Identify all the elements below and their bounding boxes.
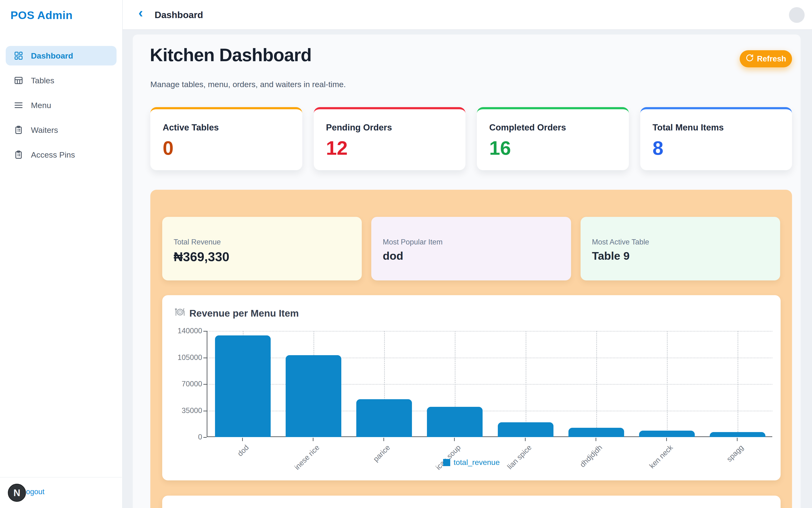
sidebar-footer: Logout N xyxy=(0,477,122,508)
sidebar-item-label: Waiters xyxy=(31,125,58,135)
legend-label: total_revenue xyxy=(453,458,500,467)
x-axis-tick xyxy=(525,438,526,441)
sidebar: POS Admin DashboardTablesMenuWaitersAcce… xyxy=(0,0,123,508)
x-axis-tick xyxy=(313,438,314,441)
page-subtitle: Manage tables, menu, orders, and waiters… xyxy=(150,80,346,89)
v-gridline xyxy=(737,331,738,436)
sidebar-item-menu[interactable]: Menu xyxy=(6,95,116,115)
bar-ken-neck[interactable] xyxy=(639,431,695,437)
y-axis-tick xyxy=(203,384,207,385)
bar-dhdjdjdh[interactable] xyxy=(568,428,624,437)
y-axis-tick xyxy=(203,331,207,332)
sidebar-item-label: Access Pins xyxy=(31,150,75,160)
v-gridline xyxy=(667,331,668,436)
y-axis-tick-label: 35000 xyxy=(164,406,202,415)
y-axis-tick-label: 0 xyxy=(164,433,202,441)
stat-value: 8 xyxy=(653,138,780,158)
user-avatar[interactable]: N xyxy=(8,484,26,502)
y-axis-tick-label: 70000 xyxy=(164,380,202,388)
chart-legend: total_revenue xyxy=(162,458,780,467)
stat-card-completed-orders: Completed Orders16 xyxy=(477,107,629,170)
x-axis-tick xyxy=(666,438,667,441)
stats-row: Active Tables0Pending Orders12Completed … xyxy=(150,107,792,170)
highlight-card-total-revenue: Total Revenue₦369,330 xyxy=(162,217,362,281)
highlight-value: dod xyxy=(383,249,571,262)
stat-label: Completed Orders xyxy=(489,123,617,133)
highlight-label: Most Popular Item xyxy=(383,238,571,246)
bar-lian-spice[interactable] xyxy=(498,422,554,437)
stat-value: 16 xyxy=(489,138,617,158)
h-gridline xyxy=(207,331,772,332)
y-axis-tick xyxy=(203,437,207,438)
y-axis-tick-label: 140000 xyxy=(164,327,202,335)
stat-label: Pending Orders xyxy=(326,123,453,133)
sidebar-item-waiters[interactable]: Waiters xyxy=(6,120,116,140)
page-title: Kitchen Dashboard xyxy=(150,44,312,65)
bar-spagg[interactable] xyxy=(710,432,765,437)
clipboard-icon xyxy=(14,125,23,135)
highlight-value: Table 9 xyxy=(592,249,780,262)
v-gridline xyxy=(596,331,597,436)
analytics-panel: Total Revenue₦369,330Most Popular Itemdo… xyxy=(150,190,792,508)
revenue-chart-card: Revenue per Menu Item 035000700001050001… xyxy=(162,295,780,480)
x-axis-tick xyxy=(242,438,243,441)
sidebar-item-label: Menu xyxy=(31,101,51,110)
topbar: ‹ Dashboard xyxy=(123,0,812,30)
dashboard-grid-icon xyxy=(14,51,23,60)
bar-ican-soup[interactable] xyxy=(427,407,483,437)
stat-value: 0 xyxy=(163,138,290,158)
refresh-icon xyxy=(746,54,754,64)
highlight-label: Total Revenue xyxy=(174,238,362,246)
refresh-label: Refresh xyxy=(757,54,786,63)
app-brand: POS Admin xyxy=(10,9,73,22)
highlights-row: Total Revenue₦369,330Most Popular Itemdo… xyxy=(162,217,780,281)
table-icon xyxy=(14,76,23,85)
sidebar-item-label: Dashboard xyxy=(31,51,73,60)
x-axis-tick xyxy=(737,438,737,441)
highlight-label: Most Active Table xyxy=(592,238,780,246)
chart-title: Revenue per Menu Item xyxy=(189,308,299,319)
sidebar-item-label: Tables xyxy=(31,76,54,85)
topbar-avatar[interactable] xyxy=(789,7,805,23)
chart-title-row: Revenue per Menu Item xyxy=(175,307,299,320)
sidebar-item-tables[interactable]: Tables xyxy=(6,71,116,90)
highlight-card-most-popular-item: Most Popular Itemdod xyxy=(371,217,571,281)
stat-label: Active Tables xyxy=(163,123,290,133)
bar-inese-rice[interactable] xyxy=(286,355,341,437)
highlight-card-most-active-table: Most Active TableTable 9 xyxy=(581,217,780,281)
clipboard-icon xyxy=(14,150,23,160)
sidebar-item-dashboard[interactable]: Dashboard xyxy=(6,46,116,66)
highlight-value: ₦369,330 xyxy=(174,249,362,264)
stat-value: 12 xyxy=(326,138,453,158)
stat-label: Total Menu Items xyxy=(653,123,780,133)
sidebar-item-access-pins[interactable]: Access Pins xyxy=(6,145,116,165)
v-gridline xyxy=(526,331,526,436)
y-axis-tick xyxy=(203,357,207,358)
menu-lines-icon xyxy=(14,100,23,110)
next-section-card xyxy=(162,496,780,508)
x-axis-tick xyxy=(383,438,384,441)
topbar-title: Dashboard xyxy=(155,0,203,30)
back-chevron-icon[interactable]: ‹ xyxy=(138,4,143,21)
bar-dod[interactable] xyxy=(215,335,271,437)
x-axis-tick xyxy=(595,438,596,441)
legend-swatch xyxy=(443,459,450,466)
y-axis-tick xyxy=(203,411,207,411)
y-axis-tick-label: 105000 xyxy=(164,353,202,362)
stat-card-total-menu-items: Total Menu Items8 xyxy=(640,107,792,170)
sidebar-nav: DashboardTablesMenuWaitersAccess Pins xyxy=(6,46,116,170)
stat-card-pending-orders: Pending Orders12 xyxy=(314,107,466,170)
x-axis-tick xyxy=(454,438,455,441)
cutlery-plate-icon xyxy=(175,307,186,320)
main-content: Kitchen Dashboard Manage tables, menu, o… xyxy=(133,35,801,508)
refresh-button[interactable]: Refresh xyxy=(740,50,792,68)
stat-card-active-tables: Active Tables0 xyxy=(150,107,302,170)
bar-chart-plot xyxy=(207,331,772,437)
bar-parice[interactable] xyxy=(356,399,412,437)
